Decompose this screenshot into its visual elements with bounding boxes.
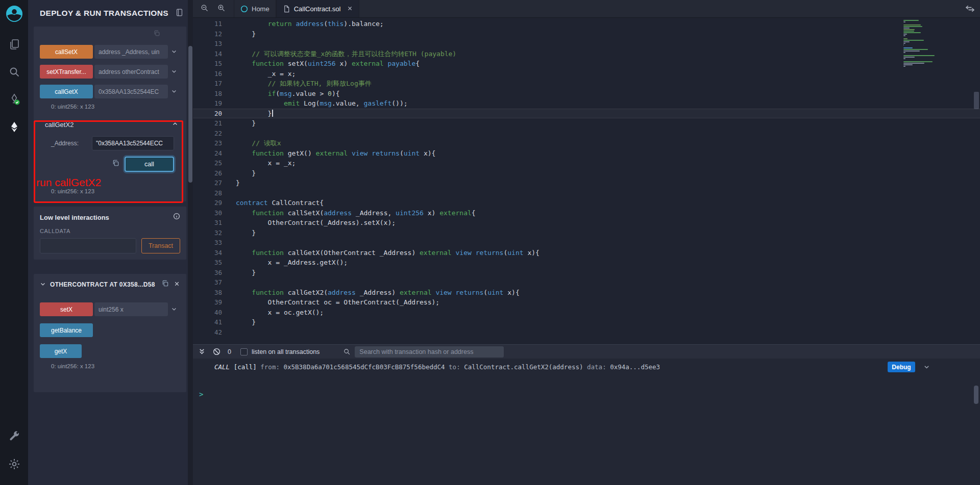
chevron-down-icon[interactable] bbox=[168, 47, 180, 57]
chevron-down-icon[interactable] bbox=[40, 280, 46, 289]
editor-scrollbar[interactable] bbox=[973, 18, 980, 344]
activity-bar bbox=[0, 0, 28, 485]
side-panel-scrollbar[interactable] bbox=[188, 0, 193, 485]
deployed-contract-title[interactable]: OTHERCONTRACT AT 0X358...D58 bbox=[50, 281, 157, 288]
plugin-manager-icon[interactable] bbox=[6, 428, 23, 445]
code-line[interactable]: 41 } bbox=[193, 317, 980, 327]
code-line[interactable]: 23 // 读取x bbox=[193, 138, 980, 148]
code-line[interactable]: 28 bbox=[193, 188, 980, 198]
calldata-label: CALLDATA bbox=[40, 228, 180, 234]
chevron-up-icon[interactable] bbox=[172, 121, 178, 129]
chevron-down-icon[interactable] bbox=[168, 87, 180, 96]
zoom-out-icon[interactable] bbox=[200, 4, 209, 14]
terminal-search-input[interactable] bbox=[355, 346, 504, 358]
copy-icon[interactable] bbox=[112, 159, 120, 169]
chevron-down-icon[interactable] bbox=[168, 305, 180, 314]
terminal-search-icon bbox=[343, 348, 351, 355]
copy-icon[interactable] bbox=[161, 279, 169, 290]
code-line[interactable]: 35 x = _Address.getX(); bbox=[193, 258, 980, 268]
code-line[interactable]: 14 // 可以调整状态变量_x的函数，并且可以往合约转ETH (payable… bbox=[193, 49, 980, 59]
setxtransfer-button[interactable]: setXTransfer... bbox=[40, 65, 93, 79]
code-editor[interactable]: 11 return address(this).balance;12 }1314… bbox=[193, 18, 980, 344]
code-line[interactable]: 38 function callGetX2(address _Address) … bbox=[193, 288, 980, 298]
listen-checkbox[interactable] bbox=[240, 348, 248, 355]
callgetx2-title: callGetX2 bbox=[45, 121, 172, 129]
terminal: 0 listen on all transactions CALL [call]… bbox=[193, 344, 980, 485]
tab-home[interactable]: Home bbox=[234, 0, 276, 17]
code-line[interactable]: 25 x = _x; bbox=[193, 158, 980, 168]
file-explorer-icon[interactable] bbox=[6, 36, 23, 53]
deployed-contract-card: OTHERCONTRACT AT 0X358...D58 setX getBal… bbox=[34, 274, 186, 392]
low-level-interactions-card: Low level interactions CALLDATA Transact bbox=[34, 207, 186, 260]
code-line[interactable]: 39 OtherContract oc = OtherContract(_Add… bbox=[193, 297, 980, 308]
code-line[interactable]: 11 return address(this).balance; bbox=[193, 19, 980, 29]
function-row-setxtransfer: setXTransfer... bbox=[40, 65, 180, 79]
tab-callcontract-sol[interactable]: CallContract.sol bbox=[276, 0, 360, 17]
notebook-icon[interactable] bbox=[175, 8, 184, 19]
callgetx-button[interactable]: callGetX bbox=[40, 85, 93, 98]
callsetx-button[interactable]: callSetX bbox=[40, 45, 93, 59]
code-line[interactable]: 21 } bbox=[193, 118, 980, 129]
close-tab-icon[interactable] bbox=[347, 5, 353, 13]
low-level-title: Low level interactions bbox=[40, 214, 173, 221]
code-line[interactable]: 40 x = oc.getX(); bbox=[193, 308, 980, 318]
calldata-input[interactable] bbox=[40, 238, 136, 253]
chevron-down-icon[interactable] bbox=[168, 67, 180, 76]
search-icon[interactable] bbox=[6, 63, 23, 81]
zoom-in-icon[interactable] bbox=[217, 4, 226, 14]
code-line[interactable]: 42 bbox=[193, 327, 980, 338]
transaction-log-row[interactable]: CALL [call] from: 0x5B38Da6a701c568545dC… bbox=[214, 363, 980, 371]
code-line[interactable]: 31 OtherContract(_Address).setX(x); bbox=[193, 218, 980, 228]
code-line[interactable]: 32 } bbox=[193, 228, 980, 238]
solidity-compiler-icon[interactable] bbox=[6, 91, 23, 108]
clear-console-icon[interactable] bbox=[213, 348, 220, 355]
terminal-toolbar: 0 listen on all transactions bbox=[193, 345, 980, 359]
debug-button[interactable]: Debug bbox=[888, 362, 915, 372]
code-line[interactable]: 19 emit Log(msg.value, gasleft()); bbox=[193, 98, 980, 109]
setx-params-input[interactable] bbox=[94, 302, 168, 316]
code-line[interactable]: 30 function callSetX(address _Address, u… bbox=[193, 208, 980, 218]
code-line[interactable]: 20 } bbox=[193, 109, 980, 119]
terminal-scrollbar[interactable] bbox=[974, 386, 978, 404]
code-line[interactable]: 15 function setX(uint256 x) external pay… bbox=[193, 59, 980, 69]
code-line[interactable]: 26 } bbox=[193, 168, 980, 178]
tab-home-label: Home bbox=[252, 5, 270, 13]
close-icon[interactable] bbox=[174, 280, 180, 289]
getx-return-value: 0: uint256: x 123 bbox=[51, 363, 180, 369]
code-line[interactable]: 24 function getX() external view returns… bbox=[193, 148, 980, 159]
call-button[interactable]: call bbox=[125, 157, 174, 172]
callsetx-params-input[interactable] bbox=[94, 45, 168, 59]
getbalance-button[interactable]: getBalance bbox=[40, 323, 93, 337]
callgetx2-return-value: 0: uint256: x 123 bbox=[51, 188, 180, 194]
info-icon[interactable] bbox=[173, 213, 180, 222]
code-line[interactable]: 22 bbox=[193, 129, 980, 139]
terminal-expand-icon[interactable] bbox=[198, 348, 206, 355]
getx-button[interactable]: getX bbox=[40, 344, 82, 358]
code-lines[interactable]: 11 return address(this).balance;12 }1314… bbox=[193, 18, 980, 337]
function-row-callgetx: callGetX bbox=[40, 85, 180, 98]
chevron-down-icon[interactable] bbox=[923, 364, 930, 372]
code-line[interactable]: 29contract CallContract{ bbox=[193, 198, 980, 208]
transact-button[interactable]: Transact bbox=[141, 238, 180, 253]
listen-all-transactions-toggle[interactable]: listen on all transactions bbox=[240, 348, 320, 355]
swap-panel-icon[interactable] bbox=[965, 5, 975, 15]
code-line[interactable]: 33 bbox=[193, 238, 980, 248]
code-line[interactable]: 13 bbox=[193, 39, 980, 49]
setx-button[interactable]: setX bbox=[40, 302, 93, 316]
code-line[interactable]: 16 _x = x; bbox=[193, 69, 980, 79]
code-line[interactable]: 36 } bbox=[193, 268, 980, 278]
setxtransfer-params-input[interactable] bbox=[94, 65, 168, 79]
settings-gear-icon[interactable] bbox=[6, 455, 23, 473]
code-line[interactable]: 27} bbox=[193, 178, 980, 188]
code-line[interactable]: 12 } bbox=[193, 29, 980, 39]
callgetx-params-input[interactable] bbox=[94, 85, 168, 98]
code-line[interactable]: 17 // 如果转入ETH, 则释放Log事件 bbox=[193, 79, 980, 89]
code-line[interactable]: 37 bbox=[193, 277, 980, 288]
code-line[interactable]: 18 if(msg.value > 0){ bbox=[193, 89, 980, 99]
remix-logo-icon bbox=[5, 4, 24, 23]
minimap[interactable] bbox=[903, 20, 959, 69]
terminal-prompt[interactable]: > bbox=[199, 390, 980, 398]
code-line[interactable]: 34 function callGetX(OtherContract _Addr… bbox=[193, 248, 980, 258]
deploy-run-icon[interactable] bbox=[6, 118, 23, 136]
address-field-input[interactable] bbox=[92, 136, 174, 150]
